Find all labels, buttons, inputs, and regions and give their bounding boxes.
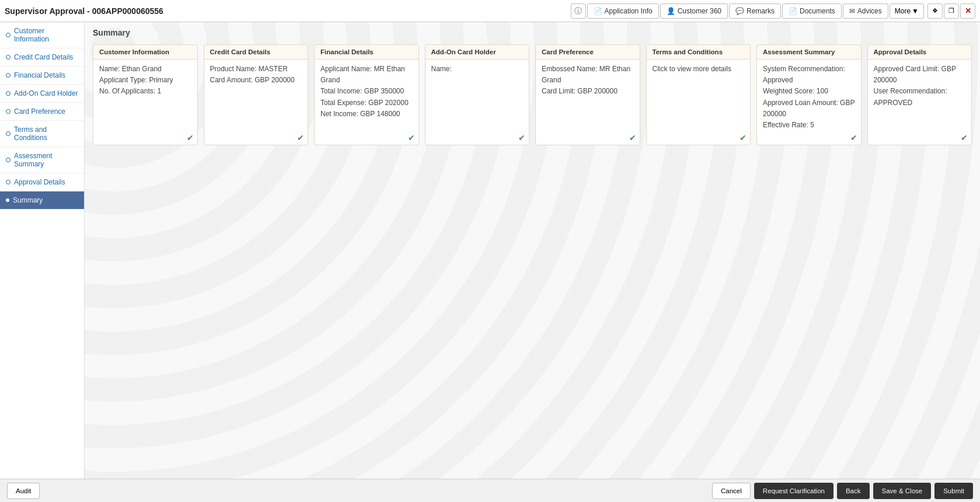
footer-right: Cancel Request Clarification Back Save &…	[712, 483, 973, 499]
nav-dot	[6, 33, 11, 37]
card-check-approval-details: ✔	[961, 133, 968, 142]
main-layout: Customer Information Credit Card Details…	[0, 22, 980, 479]
info-icon-button[interactable]: ⓘ	[571, 4, 586, 19]
card-body-credit-card-details: Product Name: MASTERCard Amount: GBP 200…	[210, 64, 302, 86]
card-addon-card-holder[interactable]: Add-On Card HolderName:✔	[425, 44, 530, 145]
sidebar-label: Approval Details	[14, 178, 65, 186]
back-button[interactable]: Back	[837, 483, 870, 499]
cancel-button[interactable]: Cancel	[712, 483, 751, 499]
card-credit-card-details[interactable]: Credit Card DetailsProduct Name: MASTERC…	[204, 44, 309, 145]
nav-dot	[6, 131, 11, 136]
nav-dot	[6, 109, 11, 114]
card-body-customer-information: Name: Ethan GrandApplicant Type: Primary…	[99, 64, 191, 97]
advices-button[interactable]: ✉ Advices	[843, 4, 888, 19]
card-body-terms-and-conditions: Click to view more details	[653, 64, 745, 75]
sidebar-item-credit-card-details[interactable]: Credit Card Details	[0, 48, 84, 67]
nav-dot	[6, 180, 11, 184]
sidebar-label: Terms and Conditions	[14, 126, 78, 142]
nav-dot	[6, 158, 11, 162]
sidebar-label: Add-On Card Holder	[14, 89, 78, 97]
request-clarification-button[interactable]: Request Clarification	[754, 483, 833, 499]
card-header-assessment-summary: Assessment Summary	[757, 45, 861, 60]
nav-dot	[6, 55, 11, 60]
customer-360-button[interactable]: 👤 Customer 360	[660, 4, 728, 19]
header: Supervisor Approval - 006APP000060556 ⓘ …	[0, 0, 980, 22]
sidebar-item-approval-details[interactable]: Approval Details	[0, 173, 84, 191]
card-header-card-preference: Card Preference	[536, 45, 640, 60]
card-card-preference[interactable]: Card PreferenceEmbossed Name: MR Ethan G…	[535, 44, 640, 145]
content-area: Screen(9/9) Summary Customer Information…	[85, 22, 980, 479]
sidebar: Customer Information Credit Card Details…	[0, 22, 85, 479]
card-body-card-preference: Embossed Name: MR Ethan GrandCard Limit:…	[542, 64, 634, 97]
card-body-addon-card-holder: Name:	[431, 64, 524, 75]
active-bullet	[6, 198, 9, 202]
save-close-button[interactable]: Save & Close	[873, 483, 932, 499]
submit-button[interactable]: Submit	[934, 483, 973, 499]
nav-dot	[6, 73, 11, 78]
audit-button[interactable]: Audit	[7, 483, 40, 499]
sidebar-item-assessment-summary[interactable]: Assessment Summary	[0, 147, 84, 173]
card-financial-details[interactable]: Financial DetailsApplicant Name: MR Etha…	[314, 44, 419, 145]
card-header-customer-information: Customer Information	[93, 45, 197, 60]
nav-dot	[6, 91, 11, 96]
chevron-down-icon: ▼	[912, 7, 919, 15]
footer-left: Audit	[7, 483, 40, 499]
application-info-button[interactable]: 📄 Application Info	[587, 4, 659, 19]
card-check-terms-and-conditions: ✔	[740, 133, 747, 142]
footer: Audit Cancel Request Clarification Back …	[0, 479, 980, 502]
card-terms-and-conditions[interactable]: Terms and ConditionsClick to view more d…	[646, 44, 751, 145]
summary-cards-row: Customer InformationName: Ethan GrandApp…	[93, 44, 972, 145]
card-check-card-preference: ✔	[629, 133, 636, 142]
sidebar-label: Summary	[13, 196, 43, 204]
card-check-customer-information: ✔	[187, 133, 194, 142]
card-check-addon-card-holder: ✔	[518, 133, 525, 142]
customer-icon: 👤	[667, 7, 675, 15]
info-icon: ⓘ	[574, 6, 582, 16]
more-button[interactable]: More ▼	[890, 4, 924, 19]
sidebar-label: Financial Details	[14, 71, 65, 79]
card-assessment-summary[interactable]: Assessment SummarySystem Recommendation:…	[756, 44, 862, 145]
sidebar-item-financial-details[interactable]: Financial Details	[0, 67, 84, 85]
card-header-terms-and-conditions: Terms and Conditions	[647, 45, 751, 60]
advices-icon: ✉	[849, 7, 855, 15]
remarks-icon: 💬	[735, 7, 744, 15]
close-button[interactable]: ✕	[960, 4, 975, 19]
card-approval-details[interactable]: Approval DetailsApproved Card Limit: GBP…	[867, 44, 972, 145]
sidebar-label: Card Preference	[14, 107, 65, 116]
documents-button[interactable]: 📄 Documents	[782, 4, 842, 19]
card-header-financial-details: Financial Details	[315, 45, 418, 60]
card-body-assessment-summary: System Recommendation: ApprovedWeighted …	[763, 64, 855, 131]
documents-icon: 📄	[789, 7, 797, 15]
sidebar-label: Credit Card Details	[14, 53, 73, 61]
header-actions: ⓘ 📄 Application Info 👤 Customer 360 💬 Re…	[571, 4, 975, 19]
expand-icon: ❐	[948, 7, 954, 15]
expand-button[interactable]: ❐	[944, 4, 959, 19]
card-body-financial-details: Applicant Name: MR Ethan GrandTotal Inco…	[320, 64, 413, 120]
page-title: Summary	[93, 28, 972, 37]
card-header-addon-card-holder: Add-On Card Holder	[426, 45, 529, 60]
card-check-financial-details: ✔	[408, 133, 415, 142]
card-header-approval-details: Approval Details	[868, 45, 972, 60]
card-body-approval-details: Approved Card Limit: GBP 200000User Reco…	[874, 64, 966, 109]
remarks-button[interactable]: 💬 Remarks	[729, 4, 781, 19]
sidebar-label: Customer Information	[14, 27, 78, 43]
sidebar-item-summary[interactable]: Summary	[0, 191, 84, 210]
person-icon: 📄	[594, 7, 602, 15]
card-header-credit-card-details: Credit Card Details	[204, 45, 308, 60]
card-check-assessment-summary: ✔	[850, 133, 857, 142]
resize-icon: ❖	[932, 7, 938, 15]
card-customer-information[interactable]: Customer InformationName: Ethan GrandApp…	[93, 44, 198, 145]
sidebar-label: Assessment Summary	[14, 152, 78, 168]
sidebar-item-customer-information[interactable]: Customer Information	[0, 22, 84, 48]
close-icon: ✕	[965, 6, 971, 15]
card-check-credit-card-details: ✔	[297, 133, 304, 142]
sidebar-item-terms-and-conditions[interactable]: Terms and Conditions	[0, 121, 84, 147]
sidebar-item-card-preference[interactable]: Card Preference	[0, 103, 84, 121]
resize-button[interactable]: ❖	[927, 4, 943, 19]
sidebar-item-addon-card-holder[interactable]: Add-On Card Holder	[0, 85, 84, 103]
app-title: Supervisor Approval - 006APP000060556	[5, 6, 571, 16]
